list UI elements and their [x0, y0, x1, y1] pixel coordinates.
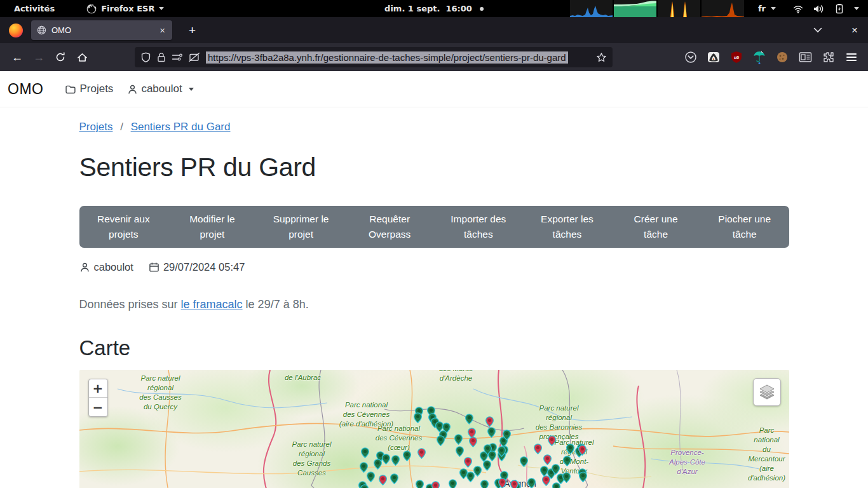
map-marker-green[interactable]: [449, 479, 457, 488]
map-marker-green[interactable]: [466, 471, 475, 482]
lock-icon[interactable]: [157, 52, 166, 62]
map-marker-red[interactable]: [417, 448, 426, 459]
action-button[interactable]: Supprimer le projet: [257, 206, 346, 248]
map-marker-green[interactable]: [437, 435, 445, 446]
framacalc-link[interactable]: le framacalc: [181, 298, 243, 311]
zoom-out-button[interactable]: −: [89, 398, 107, 416]
map-marker-red[interactable]: [542, 475, 550, 486]
action-button[interactable]: Piocher une tâche: [700, 206, 789, 248]
map-marker-green[interactable]: [552, 482, 560, 488]
map-layers-button[interactable]: [753, 378, 781, 406]
description-prefix: Données prises sur: [79, 298, 181, 311]
shield-icon[interactable]: [140, 52, 151, 63]
map-marker-red[interactable]: [543, 454, 552, 465]
map-marker-green[interactable]: [563, 456, 571, 466]
svg-text:u0: u0: [734, 55, 739, 60]
firefox-mono-icon: [86, 4, 97, 14]
umbrella-extension-icon[interactable]: [753, 50, 766, 64]
action-button[interactable]: Créer une tâche: [611, 206, 700, 248]
map-marker-red[interactable]: [464, 457, 472, 468]
breadcrumb-current-link[interactable]: Sentiers PR du Gard: [131, 121, 231, 133]
url-text-selected[interactable]: https://vps-3fba2a8a.ynh.fr/gestionnaire…: [206, 51, 568, 64]
map-marker-red[interactable]: [485, 416, 494, 427]
map-marker-green[interactable]: [487, 427, 496, 438]
reload-button[interactable]: [50, 47, 71, 67]
ublock-extension-icon[interactable]: u0: [730, 51, 743, 64]
map-marker-green[interactable]: [480, 480, 489, 488]
action-button[interactable]: Requêter Overpass: [345, 206, 434, 248]
cookie-extension-icon[interactable]: [776, 51, 789, 64]
map-marker-green[interactable]: [403, 451, 411, 461]
brand[interactable]: OMO: [8, 81, 43, 98]
map-marker-red[interactable]: [431, 481, 440, 488]
person-icon: [79, 262, 90, 273]
keyboard-layout-button[interactable]: fr: [758, 4, 776, 13]
map-marker-green[interactable]: [361, 447, 369, 458]
map-marker-green[interactable]: [360, 484, 369, 488]
permissions-icon[interactable]: [172, 52, 183, 62]
action-button[interactable]: Revenir aux projets: [79, 206, 168, 248]
action-button[interactable]: Exporter les tâches: [523, 206, 612, 248]
map-marker-green[interactable]: [374, 459, 382, 470]
url-bar[interactable]: https://vps-3fba2a8a.ynh.fr/gestionnaire…: [135, 47, 613, 67]
map-marker-green[interactable]: [527, 478, 536, 488]
action-button[interactable]: Modifier le projet: [168, 206, 257, 248]
action-button[interactable]: Importer des tâches: [434, 206, 523, 248]
pocket-icon[interactable]: [684, 51, 697, 64]
map-marker-red[interactable]: [469, 437, 477, 447]
bookmark-star-icon[interactable]: [596, 52, 607, 63]
map-marker-green[interactable]: [562, 472, 571, 483]
map-marker-green[interactable]: [503, 430, 511, 440]
nav-projects-link[interactable]: Projets: [65, 83, 113, 95]
activities-button[interactable]: Activités: [10, 3, 58, 15]
keyboard-layout-label: fr: [758, 4, 766, 13]
map-marker-green[interactable]: [520, 456, 528, 467]
zoom-in-button[interactable]: +: [89, 379, 107, 398]
breadcrumb-separator: /: [120, 121, 123, 133]
map-marker-green[interactable]: [382, 454, 390, 464]
map-marker-red[interactable]: [379, 475, 387, 485]
map-marker-green[interactable]: [391, 455, 400, 466]
map-marker-green[interactable]: [483, 460, 491, 471]
clock-button[interactable]: dim. 1 sept. 16:00: [384, 4, 484, 13]
browser-tab[interactable]: OMO ×: [31, 20, 172, 40]
status-icons-button[interactable]: [792, 4, 859, 14]
reader-extension-icon[interactable]: [799, 51, 812, 63]
wifi-icon: [792, 4, 804, 14]
map-marker-green[interactable]: [498, 446, 506, 457]
tab-close-icon[interactable]: ×: [158, 25, 166, 36]
map-marker-green[interactable]: [416, 480, 424, 488]
menu-icon[interactable]: [845, 51, 858, 64]
puzzle-extension-icon[interactable]: [822, 51, 835, 64]
window-close-icon[interactable]: ×: [851, 24, 858, 37]
map-marker-green[interactable]: [367, 471, 375, 482]
globe-icon: [37, 25, 46, 35]
memory-graph: [614, 0, 656, 17]
map-marker-red[interactable]: [534, 444, 542, 454]
map-marker-green[interactable]: [465, 414, 473, 424]
nav-user-menu[interactable]: caboulot: [127, 83, 193, 95]
new-tab-button[interactable]: +: [184, 22, 201, 39]
map-marker-red[interactable]: [498, 478, 506, 488]
map-marker-green[interactable]: [579, 471, 587, 482]
map-marker-red[interactable]: [510, 480, 519, 488]
list-tabs-chevron-icon[interactable]: [813, 27, 822, 33]
map-marker-red[interactable]: [578, 445, 587, 456]
map-marker-green[interactable]: [454, 434, 463, 445]
map-marker-green[interactable]: [456, 446, 464, 457]
forward-button[interactable]: →: [28, 47, 50, 67]
home-button[interactable]: [71, 47, 93, 67]
app-menu-button[interactable]: Firefox ESR: [86, 4, 164, 14]
tab-title: OMO: [51, 25, 158, 35]
badger-extension-icon[interactable]: [707, 51, 720, 64]
calendar-icon: [149, 262, 159, 273]
map-marker-green[interactable]: [390, 473, 398, 484]
map-marker-green[interactable]: [414, 412, 422, 423]
map-marker-red[interactable]: [548, 435, 556, 446]
net-graph: [702, 0, 744, 17]
map-marker-green[interactable]: [566, 444, 574, 454]
blocked-media-icon[interactable]: [189, 52, 200, 62]
map[interactable]: Parc naturel régional des Causses du Que…: [79, 370, 789, 488]
breadcrumb-projects-link[interactable]: Projets: [79, 121, 113, 133]
back-button[interactable]: ←: [6, 47, 28, 67]
